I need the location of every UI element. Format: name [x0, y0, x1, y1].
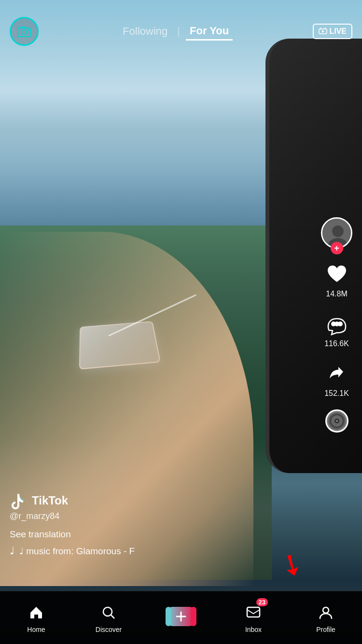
home-icon-wrap [26, 602, 47, 623]
music-note-icon: ♩ [10, 545, 14, 557]
bottom-info: TikTok @r_marzy84 See translation ♩ ♩ mu… [10, 492, 135, 557]
profile-icon-wrap [315, 602, 336, 623]
music-disc[interactable] [325, 409, 348, 433]
right-actions: + 14.8M 116.6K 152.1K [321, 217, 352, 433]
tiktok-logo-icon [10, 492, 27, 509]
tab-divider: | [177, 25, 180, 38]
tiktok-brand-text: TikTok [32, 494, 68, 507]
music-text[interactable]: ♩ music from: Glamorous - F [19, 546, 135, 557]
like-count: 14.8M [326, 290, 347, 298]
tiktok-watermark: TikTok @r_marzy84 [10, 492, 135, 521]
discover-label: Discover [96, 626, 122, 633]
like-icon-wrap [323, 260, 350, 287]
comment-count: 116.6K [324, 339, 349, 348]
svg-point-3 [28, 29, 29, 31]
live-button[interactable]: LIVE [313, 24, 352, 39]
follow-button[interactable]: + [331, 242, 343, 254]
nav-discover[interactable]: Discover [72, 602, 145, 633]
nav-tabs: Following | For You [119, 23, 233, 41]
svg-point-19 [323, 607, 329, 613]
home-label: Home [27, 626, 45, 633]
inbox-icon-wrap: 23 [243, 602, 264, 623]
svg-rect-2 [22, 27, 27, 28]
nav-inbox[interactable]: 23 Inbox [217, 602, 290, 633]
discover-icon-wrap [98, 602, 119, 623]
nav-profile[interactable]: Profile [290, 602, 362, 633]
for-you-tab[interactable]: For You [186, 23, 233, 41]
following-tab[interactable]: Following [119, 23, 171, 40]
plus-icon [175, 610, 187, 623]
svg-point-10 [338, 322, 343, 326]
svg-rect-18 [247, 607, 260, 617]
creator-username[interactable]: @r_marzy84 [10, 511, 135, 521]
search-icon [101, 605, 116, 620]
comment-action[interactable]: 116.6K [323, 310, 350, 348]
share-icon-wrap [323, 360, 350, 386]
svg-point-6 [332, 225, 344, 237]
music-info: ♩ ♩ music from: Glamorous - F [10, 545, 135, 557]
camera-button[interactable] [10, 17, 39, 46]
share-action[interactable]: 152.1K [323, 360, 350, 398]
live-label: LIVE [329, 27, 347, 36]
bottom-nav: Home Discover 23 Inbox [0, 591, 362, 644]
svg-point-13 [336, 420, 338, 422]
inbox-icon [246, 605, 261, 620]
like-action[interactable]: 14.8M [323, 260, 350, 298]
svg-point-14 [103, 607, 112, 616]
creator-avatar-container[interactable]: + [321, 217, 352, 249]
nav-home[interactable]: Home [0, 602, 72, 633]
nav-create[interactable] [145, 607, 217, 629]
create-button[interactable] [167, 607, 195, 626]
inbox-label: Inbox [245, 626, 262, 633]
svg-line-15 [111, 615, 114, 618]
share-count: 152.1K [324, 389, 349, 398]
home-icon [28, 605, 44, 620]
profile-label: Profile [316, 626, 335, 633]
header: Following | For You LIVE [0, 0, 362, 53]
see-translation-button[interactable]: See translation [10, 529, 135, 540]
inbox-badge: 23 [256, 598, 268, 606]
svg-point-1 [22, 30, 27, 35]
profile-icon [318, 605, 334, 620]
comment-icon-wrap [323, 310, 350, 336]
